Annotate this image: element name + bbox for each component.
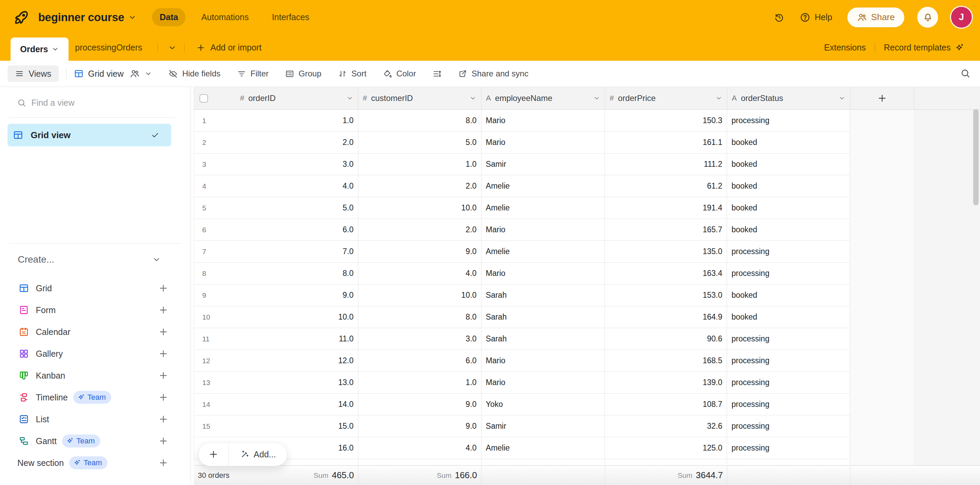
cell-employeeName[interactable]: Amelie [482, 175, 605, 197]
row-number[interactable]: 12 [194, 350, 235, 371]
views-button[interactable]: Views [8, 65, 59, 82]
add-view-plus-icon[interactable] [158, 371, 169, 381]
cell-orderPrice[interactable]: 191.4 [605, 197, 727, 219]
cell-orderID[interactable]: 8.0 [235, 262, 358, 284]
cell-orderID[interactable]: 1.0 [235, 110, 358, 131]
cell-customerID[interactable]: 8.0 [358, 306, 482, 328]
cell-orderID[interactable]: 9.0 [235, 285, 358, 306]
cell-orderPrice[interactable]: 164.9 [605, 306, 727, 328]
cell-orderPrice[interactable]: 32.6 [605, 415, 727, 437]
cell-orderPrice[interactable]: 139.0 [605, 372, 727, 393]
cell-orderPrice[interactable]: 111.2 [605, 153, 727, 175]
cell-orderID[interactable]: 5.0 [235, 197, 358, 219]
select-all-checkbox[interactable] [199, 94, 208, 103]
group-button[interactable]: Group [285, 69, 321, 78]
sum-orderID[interactable]: Sum465.0 [235, 466, 354, 485]
cell-orderPrice[interactable]: 163.4 [605, 262, 727, 284]
cell-orderID[interactable]: 14.0 [235, 394, 358, 415]
row-number[interactable]: 10 [194, 306, 235, 328]
cell-orderID[interactable]: 15.0 [235, 415, 358, 437]
cell-customerID[interactable]: 1.0 [358, 372, 482, 393]
table-row[interactable]: 55.010.0Amelie191.4booked [194, 197, 850, 219]
cell-customerID[interactable]: 9.0 [358, 241, 482, 262]
row-number[interactable]: 4 [194, 175, 235, 197]
table-row[interactable]: 1111.03.0Sarah90.6processing [194, 328, 850, 350]
record-templates-button[interactable]: Record templates [884, 43, 951, 52]
cell-orderPrice[interactable]: 61.2 [605, 175, 727, 197]
row-number[interactable]: 11 [194, 328, 235, 350]
table-row[interactable]: 1010.08.0Sarah164.9booked [194, 306, 850, 328]
add-view-plus-icon[interactable] [158, 392, 169, 402]
table-tab-processingorders[interactable]: processingOrders [75, 35, 142, 61]
cell-orderID[interactable]: 4.0 [235, 175, 358, 197]
cell-customerID[interactable]: 4.0 [358, 262, 482, 284]
row-number[interactable]: 7 [194, 241, 235, 262]
sidebar-create-gallery[interactable]: Gallery [0, 343, 191, 364]
cell-customerID[interactable]: 5.0 [358, 132, 482, 153]
cell-orderID[interactable]: 3.0 [235, 153, 358, 175]
add-view-plus-icon[interactable] [158, 305, 169, 315]
cell-orderPrice[interactable]: 135.0 [605, 241, 727, 262]
add-view-plus-icon[interactable] [158, 436, 169, 446]
add-view-plus-icon[interactable] [158, 327, 169, 337]
cell-customerID[interactable]: 10.0 [358, 197, 482, 219]
cell-orderPrice[interactable]: 125.0 [605, 437, 727, 459]
help-button[interactable]: Help [800, 12, 832, 23]
cell-orderStatus[interactable]: processing [727, 415, 850, 437]
cell-customerID[interactable]: 3.0 [358, 328, 482, 350]
row-height-button[interactable] [433, 69, 442, 78]
sum-customerID[interactable]: Sum166.0 [358, 466, 477, 485]
cell-orderPrice[interactable]: 90.6 [605, 328, 727, 350]
find-view-input[interactable] [31, 98, 161, 108]
cell-orderStatus[interactable]: booked [727, 132, 850, 153]
share-and-sync-button[interactable]: Share and sync [458, 69, 528, 78]
sidebar-create-gantt[interactable]: GanttTeam [0, 430, 191, 452]
cell-orderPrice[interactable]: 168.5 [605, 350, 727, 371]
sort-button[interactable]: Sort [338, 69, 367, 78]
add-field-button[interactable] [850, 87, 914, 110]
tab-automations[interactable]: Automations [194, 8, 256, 26]
table-row[interactable]: 77.09.0Amelie135.0processing [194, 241, 850, 262]
row-number[interactable]: 8 [194, 262, 235, 284]
sum-orderPrice[interactable]: Sum3644.7 [605, 466, 723, 485]
table-row[interactable]: 44.02.0Amelie61.2booked [194, 175, 850, 197]
extensions-button[interactable]: Extensions [824, 43, 866, 52]
base-title[interactable]: beginner course [38, 11, 124, 24]
add-view-plus-icon[interactable] [158, 348, 169, 359]
cell-employeeName[interactable]: Mario [482, 132, 605, 153]
avatar[interactable]: J [951, 7, 972, 28]
cell-customerID[interactable]: 6.0 [358, 350, 482, 371]
cell-orderID[interactable]: 6.0 [235, 219, 358, 240]
row-number[interactable]: 14 [194, 394, 235, 415]
table-row[interactable]: 11.08.0Mario150.3processing [194, 110, 850, 132]
table-row[interactable]: 22.05.0Mario161.1booked [194, 132, 850, 153]
cell-orderPrice[interactable]: 153.0 [605, 285, 727, 306]
table-row[interactable]: 88.04.0Mario163.4processing [194, 262, 850, 285]
cell-orderStatus[interactable]: processing [727, 437, 850, 459]
cell-orderStatus[interactable]: processing [727, 394, 850, 415]
table-row[interactable]: 99.010.0Sarah153.0booked [194, 285, 850, 306]
table-row[interactable]: 1515.09.0Samir32.6processing [194, 415, 850, 437]
add-view-plus-icon[interactable] [158, 283, 169, 293]
cell-employeeName[interactable]: Amelie [482, 197, 605, 219]
cell-customerID[interactable]: 2.0 [358, 175, 482, 197]
column-header-customerID[interactable]: #customerID [358, 87, 482, 110]
sidebar-create-kanban[interactable]: Kanban [0, 364, 191, 386]
sidebar-create-list[interactable]: List [0, 408, 191, 430]
cell-customerID[interactable]: 2.0 [358, 219, 482, 240]
table-row[interactable]: 1616.04.0Amelie125.0processing [194, 437, 850, 459]
cell-employeeName[interactable]: Mario [482, 110, 605, 131]
column-header-employeeName[interactable]: AemployeeName [482, 87, 605, 110]
cell-customerID[interactable]: 9.0 [358, 394, 482, 415]
cell-orderStatus[interactable]: processing [727, 350, 850, 371]
cell-orderStatus[interactable]: booked [727, 153, 850, 175]
sidebar-create-timeline[interactable]: TimelineTeam [0, 386, 191, 408]
cell-customerID[interactable]: 9.0 [358, 415, 482, 437]
column-header-orderPrice[interactable]: #orderPrice [605, 87, 727, 110]
row-number[interactable]: 6 [194, 219, 235, 240]
cell-employeeName[interactable]: Samir [482, 153, 605, 175]
rocket-logo-icon[interactable] [13, 9, 30, 26]
add-record-button[interactable] [199, 443, 229, 466]
add-view-plus-icon[interactable] [158, 414, 169, 424]
cell-orderID[interactable]: 13.0 [235, 372, 358, 393]
